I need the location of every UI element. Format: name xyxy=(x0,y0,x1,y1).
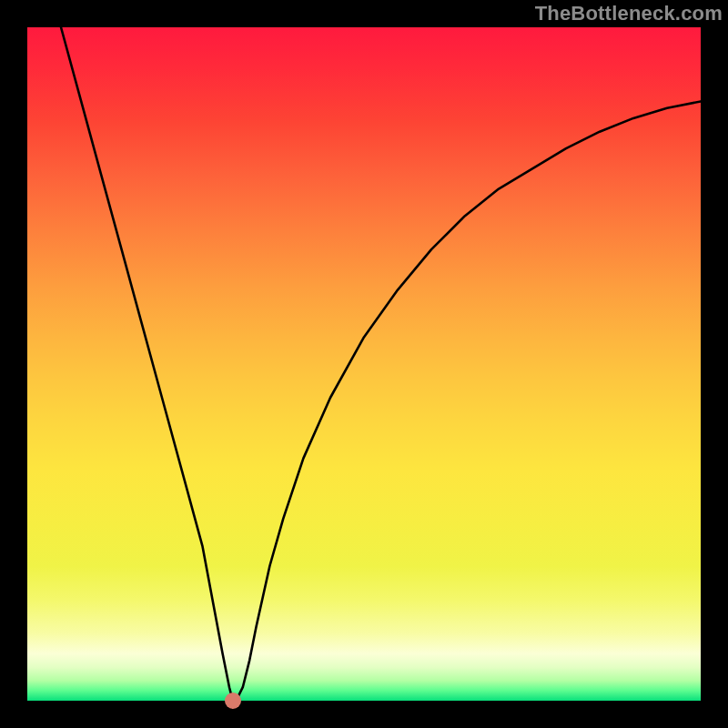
watermark-text: TheBottleneck.com xyxy=(535,2,723,25)
bottleneck-curve xyxy=(61,27,701,701)
chart-wrapper: TheBottleneck.com xyxy=(0,0,728,728)
curve-svg xyxy=(27,27,701,701)
plot-area xyxy=(27,27,701,701)
optimum-marker xyxy=(225,693,241,709)
